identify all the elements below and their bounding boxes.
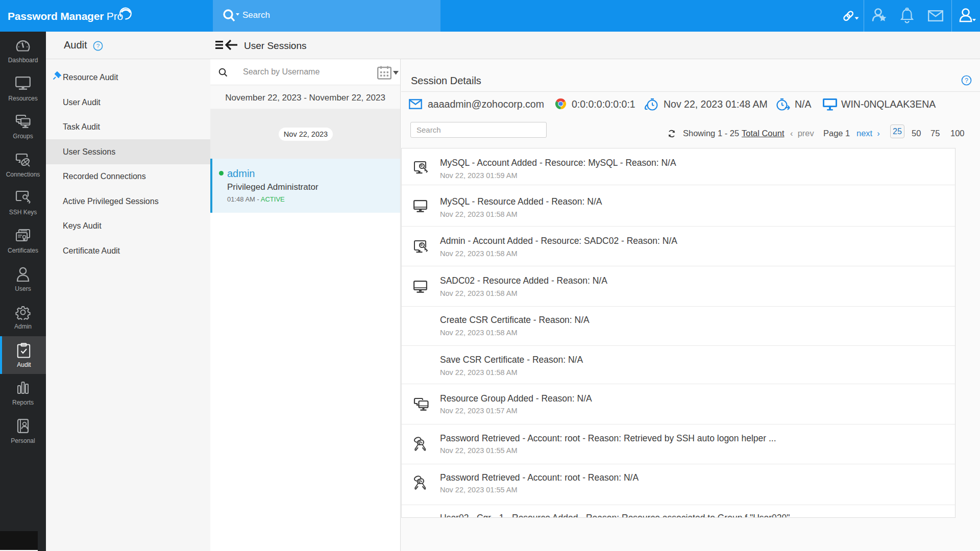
svg-text:?: ? <box>96 43 100 49</box>
svg-text:?: ? <box>965 77 968 84</box>
